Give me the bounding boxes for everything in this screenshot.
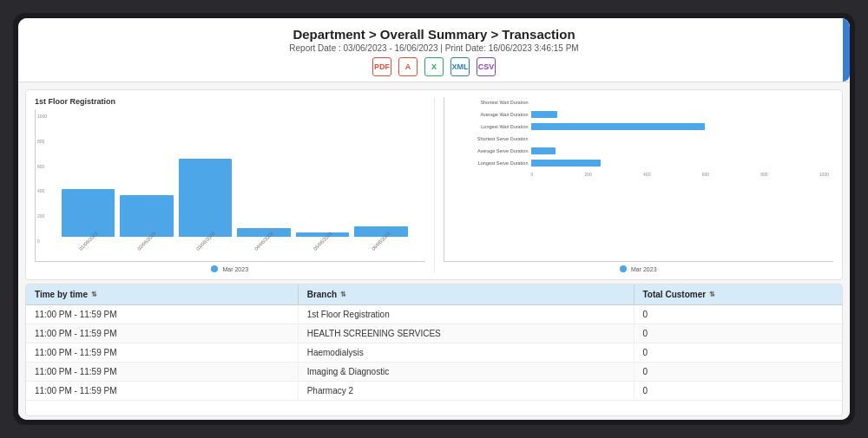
y-label-400: 400 <box>37 188 47 193</box>
vbar-6 <box>354 226 407 237</box>
hbar-6 <box>531 160 601 167</box>
export-pdf-button[interactable]: PDF <box>372 57 391 76</box>
bar-group-2: 02/06/2023 <box>120 195 173 244</box>
column-total[interactable]: Total Customer ⇅ <box>635 284 843 304</box>
column-time-label: Time by time <box>35 290 88 299</box>
vbar-3 <box>179 159 232 237</box>
scrollbar[interactable] <box>843 18 850 82</box>
header: Department > Overall Summary > Transacti… <box>18 18 850 82</box>
hbar-chart-area: Shortest Wait Duration Average Wait Dura… <box>444 97 834 262</box>
hbar-2 <box>531 111 557 118</box>
y-label-0: 0 <box>37 239 47 244</box>
column-time[interactable]: Time by time ⇅ <box>26 284 298 304</box>
column-total-label: Total Customer <box>643 290 707 299</box>
y-label-600: 600 <box>37 164 47 169</box>
y-label-200: 200 <box>37 213 47 219</box>
cell-branch-5: Pharmacy 2 <box>298 382 635 400</box>
table-row: 11:00 PM - 11:59 PM Imaging & Diagnostic… <box>26 363 842 382</box>
hbar-row-6: Longest Serve Duration <box>531 160 830 167</box>
cell-total-1: 0 <box>635 305 843 324</box>
page-title: Department > Overall Summary > Transacti… <box>18 27 850 42</box>
cell-total-3: 0 <box>635 343 843 362</box>
left-chart-legend: Mar 2023 <box>35 265 425 272</box>
export-acrobat-button[interactable]: A <box>398 57 418 76</box>
content-area: 1st Floor Registration 0 200 400 600 800… <box>18 82 850 420</box>
table-row: 11:00 PM - 11:59 PM 1st Floor Registrati… <box>26 305 842 324</box>
cell-branch-2: HEALTH SCREENING SERVICES <box>298 324 635 343</box>
x-label-200: 200 <box>585 172 592 177</box>
table-row: 11:00 PM - 11:59 PM Pharmacy 2 0 <box>26 382 842 401</box>
table-header: Time by time ⇅ Branch ⇅ Total Customer ⇅ <box>26 284 842 305</box>
x-label-0: 0 <box>531 172 534 177</box>
screen: Department > Overall Summary > Transacti… <box>18 18 850 420</box>
pdf-icon: PDF <box>374 62 390 71</box>
export-excel-button[interactable]: X <box>424 57 444 76</box>
sort-time-icon[interactable]: ⇅ <box>91 291 97 298</box>
sort-total-icon[interactable]: ⇅ <box>709 291 715 298</box>
hbar-3 <box>531 123 705 130</box>
bar-group-1: 01/06/2023 <box>62 189 115 244</box>
report-date: Report Date : 03/06/2023 - 16/06/2023 | … <box>18 43 850 53</box>
device-frame: Department > Overall Summary > Transacti… <box>13 13 855 425</box>
y-axis: 0 200 400 600 800 1000 <box>37 114 47 244</box>
bar-group-5: 05/06/2023 <box>296 232 349 244</box>
hbar-row-3: Longest Wait Duration <box>531 123 830 130</box>
cell-total-5: 0 <box>635 382 843 400</box>
legend-dot <box>211 265 218 272</box>
table-body: 11:00 PM - 11:59 PM 1st Floor Registrati… <box>26 305 842 401</box>
vbar-4 <box>237 228 290 237</box>
bar-group-6: 06/06/2023 <box>354 226 407 244</box>
hbar-label-2: Average Wait Duration <box>446 112 529 117</box>
x-label-800: 800 <box>760 172 767 177</box>
hbar-row-1: Shortest Wait Duration <box>531 99 830 106</box>
hbar-row-5: Average Serve Duration <box>531 147 830 154</box>
cell-time-1: 11:00 PM - 11:59 PM <box>26 305 298 324</box>
hbar-row-4: Shortest Serve Duration <box>531 135 830 142</box>
hbar-row-2: Average Wait Duration <box>531 111 830 118</box>
right-chart-legend: Mar 2023 <box>444 265 834 272</box>
x-label-1000: 1000 <box>819 172 829 177</box>
vbar-container: 0 200 400 600 800 1000 01/06/2023 <box>35 109 425 262</box>
export-csv-button[interactable]: CSV <box>477 57 496 76</box>
bar-chart-area: 0 200 400 600 800 1000 01/06/2023 <box>35 109 425 262</box>
cell-branch-3: Haemodialysis <box>298 343 635 362</box>
bar-group-4: 04/06/2023 <box>237 228 290 244</box>
hbar-label-6: Longest Serve Duration <box>446 160 529 166</box>
xml-icon: XML <box>452 62 469 71</box>
data-table: Time by time ⇅ Branch ⇅ Total Customer ⇅… <box>25 284 843 416</box>
y-label-1000: 1000 <box>37 114 47 119</box>
cell-time-5: 11:00 PM - 11:59 PM <box>26 382 298 400</box>
cell-total-4: 0 <box>635 363 843 381</box>
cell-time-2: 11:00 PM - 11:59 PM <box>26 324 298 343</box>
table-row: 11:00 PM - 11:59 PM HEALTH SCREENING SER… <box>26 324 842 343</box>
x-label-400: 400 <box>643 172 650 177</box>
bar-group-3: 03/06/2023 <box>179 159 232 244</box>
csv-icon: CSV <box>478 62 495 71</box>
excel-icon: X <box>431 62 437 71</box>
export-xml-button[interactable]: XML <box>450 57 470 76</box>
horizontal-bar-chart: Shortest Wait Duration Average Wait Dura… <box>434 97 834 272</box>
cell-time-3: 11:00 PM - 11:59 PM <box>26 343 298 362</box>
x-label-600: 600 <box>702 172 709 177</box>
export-icons: PDF A X XML CSV <box>18 57 850 76</box>
cell-total-2: 0 <box>635 324 843 343</box>
cell-branch-1: 1st Floor Registration <box>298 305 635 324</box>
hbar-label-1: Shortest Wait Duration <box>446 100 529 105</box>
hbar-label-4: Shortest Serve Duration <box>446 136 529 141</box>
column-branch[interactable]: Branch ⇅ <box>298 284 635 304</box>
vertical-bar-chart: 1st Floor Registration 0 200 400 600 800… <box>35 97 425 272</box>
table-row: 11:00 PM - 11:59 PM Haemodialysis 0 <box>26 343 842 363</box>
hbar-label-3: Longest Wait Duration <box>446 124 529 129</box>
sort-branch-icon[interactable]: ⇅ <box>340 291 346 298</box>
vbar-2 <box>120 195 173 237</box>
cell-time-4: 11:00 PM - 11:59 PM <box>26 363 298 381</box>
hbar-5 <box>531 147 556 154</box>
right-legend-text: Mar 2023 <box>631 266 657 272</box>
x-axis: 0 200 400 600 800 1000 <box>531 172 830 177</box>
vbar-1 <box>62 189 115 237</box>
hbar-label-5: Average Serve Duration <box>446 148 529 154</box>
hbar-container: Shortest Wait Duration Average Wait Dura… <box>444 97 834 262</box>
charts-section: 1st Floor Registration 0 200 400 600 800… <box>25 89 843 280</box>
acrobat-icon: A <box>405 62 411 71</box>
right-legend-dot <box>620 265 627 272</box>
